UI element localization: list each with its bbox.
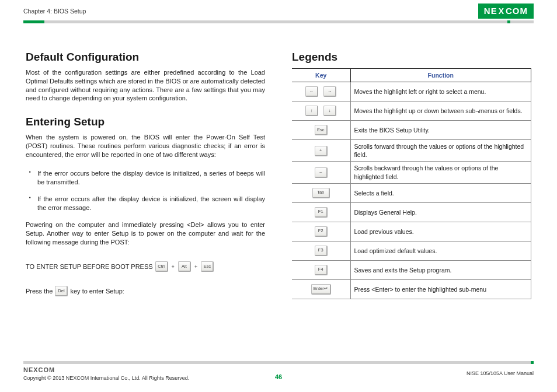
tab-key-icon: Tab — [312, 188, 330, 198]
f4-key-icon: F4 — [315, 265, 328, 275]
table-row: Tab Selects a field. — [292, 183, 531, 202]
manual-name: NISE 105/105A User Manual — [467, 370, 534, 377]
error-list: If the error occurs before the display d… — [29, 169, 265, 212]
logo-x-icon: X — [499, 6, 504, 17]
table-row: F3 Load optimized default values. — [292, 241, 531, 260]
footer-rule — [23, 361, 534, 364]
alt-key-icon: Alt — [178, 261, 191, 272]
arrow-right-key-icon: → — [323, 86, 336, 97]
th-key: Key — [292, 68, 350, 82]
table-row: F4 Saves and exits the Setup program. — [292, 260, 531, 279]
right-column: Legends Key Function ← → Moves the highl… — [292, 50, 531, 299]
footer-row: NEXCOM Copyright © 2013 NEXCOM Internati… — [23, 366, 534, 382]
logo-right: COM — [506, 5, 528, 17]
header-rule — [23, 20, 534, 23]
th-function: Function — [350, 68, 531, 82]
heading-default-config: Default Configuration — [26, 50, 265, 65]
plus-key-icon: + — [315, 146, 328, 156]
plus-sign: + — [170, 263, 176, 270]
func-cell: Scrolls forward through the values or op… — [350, 140, 531, 162]
func-cell: Scrolls backward through the values or o… — [350, 162, 531, 183]
func-cell: Moves the highlight left or right to sel… — [350, 82, 531, 102]
table-row: ↑ ↓ Moves the highlight up or down betwe… — [292, 102, 531, 121]
para-default-config: Most of the configuration settings are e… — [26, 68, 265, 103]
page-number: 46 — [275, 373, 282, 382]
f1-key-icon: F1 — [315, 207, 328, 218]
table-row: + Scrolls forward through the values or … — [292, 140, 531, 162]
list-item: If the error occurs after the display de… — [29, 195, 265, 212]
chapter-title: Chapter 4: BIOS Setup — [23, 7, 86, 15]
arrow-down-key-icon: ↓ — [323, 106, 336, 116]
table-row: Enter↵ Press <Enter> to enter the highli… — [292, 279, 531, 299]
func-cell: Exits the BIOS Setup Utility. — [350, 121, 531, 140]
func-cell: Load optimized default values. — [350, 241, 531, 260]
arrow-up-key-icon: ↑ — [305, 106, 318, 116]
plus-sign: + — [193, 263, 199, 270]
table-row: ← → Moves the highlight left or right to… — [292, 82, 531, 102]
table-row: F2 Load previous values. — [292, 222, 531, 241]
left-column: Default Configuration Most of the config… — [26, 50, 265, 299]
content-columns: Default Configuration Most of the config… — [0, 23, 557, 299]
esc-key-icon: Esc — [315, 125, 328, 135]
f2-key-icon: F2 — [315, 226, 328, 237]
press-del-line: Press the Del key to enter Setup: — [26, 286, 265, 296]
press-pre: Press the — [26, 287, 53, 296]
func-cell: Moves the highlight up or down between s… — [350, 102, 531, 121]
minus-key-icon: – — [315, 167, 328, 178]
page-footer: NEXCOM Copyright © 2013 NEXCOM Internati… — [23, 361, 534, 382]
esc-key-icon: Esc — [201, 261, 214, 272]
enter-key-icon: Enter↵ — [311, 284, 331, 295]
f3-key-icon: F3 — [315, 246, 328, 256]
ctrl-key-icon: Ctrl — [155, 261, 168, 272]
table-row: F1 Displays General Help. — [292, 202, 531, 222]
table-row: Esc Exits the BIOS Setup Utility. — [292, 121, 531, 140]
func-cell: Displays General Help. — [350, 202, 531, 222]
para-entering-setup-power: Powering on the computer and immediately… — [26, 220, 265, 247]
footer-logo: NEXCOM — [23, 366, 189, 374]
list-item: If the error occurs before the display d… — [29, 169, 265, 187]
press-post: key to enter Setup: — [70, 287, 124, 296]
func-cell: Press <Enter> to enter the highlighted s… — [350, 279, 531, 299]
heading-entering-setup: Entering Setup — [26, 114, 265, 130]
brand-logo: NE X COM — [478, 4, 534, 19]
func-cell: Selects a field. — [350, 183, 531, 202]
setup-key-combo: TO ENTER SETUP BEFORE BOOT PRESS Ctrl + … — [26, 261, 265, 272]
logo-left: NE — [484, 5, 497, 17]
copyright: Copyright © 2013 NEXCOM International Co… — [23, 374, 189, 382]
legends-table: Key Function ← → Moves the highlight lef… — [292, 68, 531, 299]
para-entering-setup-intro: When the system is powered on, the BIOS … — [26, 133, 265, 159]
heading-legends: Legends — [292, 50, 531, 65]
func-cell: Load previous values. — [350, 222, 531, 241]
page-header: Chapter 4: BIOS Setup NE X COM — [0, 0, 557, 19]
setup-label: TO ENTER SETUP BEFORE BOOT PRESS — [26, 262, 153, 271]
arrow-left-key-icon: ← — [305, 86, 318, 97]
table-row: – Scrolls backward through the values or… — [292, 162, 531, 183]
del-key-icon: Del — [55, 286, 68, 296]
func-cell: Saves and exits the Setup program. — [350, 260, 531, 279]
table-header-row: Key Function — [292, 68, 531, 82]
